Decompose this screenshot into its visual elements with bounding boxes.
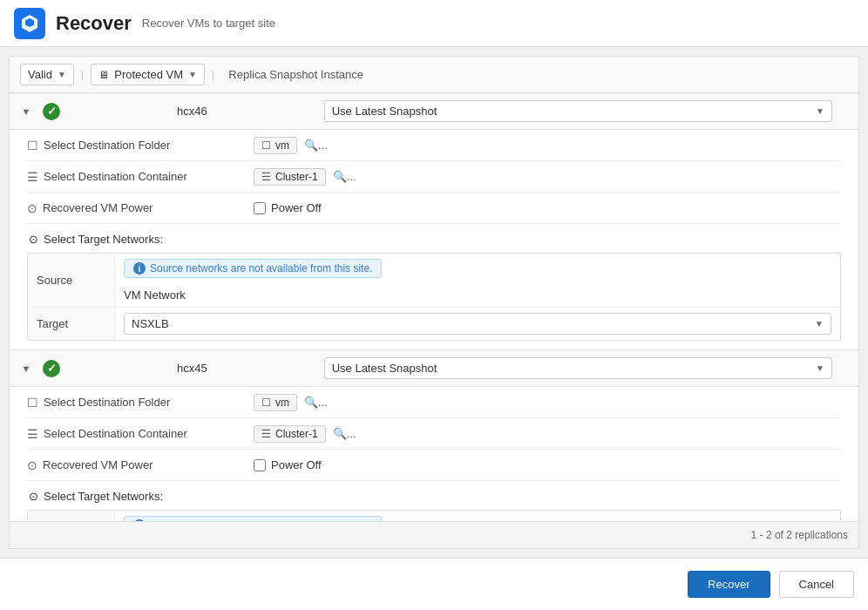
vm1-snapshot-select[interactable]: Use Latest Snapshot ▼ (324, 100, 832, 122)
power-icon-2: ⊙ (27, 458, 37, 472)
vm1-folder-tag[interactable]: ☐ vm (254, 137, 297, 154)
folder-icon-2: ☐ (27, 396, 38, 410)
container-tag-icon-1: ☰ (261, 171, 271, 183)
networks-icon-1: ⊙ (29, 233, 38, 246)
main-panel: Valid ▼ | 🖥 Protected VM ▼ | Replica Sna… (9, 56, 859, 549)
folder-tag-icon-2: ☐ (261, 396, 271, 409)
vm1-snapshot-arrow: ▼ (816, 106, 824, 116)
vm2-name: hcx45 (69, 362, 315, 375)
vm1-networks-table: Source i Source networks are not availab… (27, 253, 841, 341)
vm2-networks-title: ⊙ Select Target Networks: (27, 490, 841, 503)
vm1-container-value: ☰ Cluster-1 🔍... (254, 163, 841, 191)
vm1-power-value: Power Off (254, 196, 841, 220)
vm2-folder-tag[interactable]: ☐ vm (254, 394, 297, 411)
vm2-folder-row: ☐ Select Destination Folder ☐ vm 🔍... (27, 387, 841, 418)
vm2-folder-value: ☐ vm 🔍... (254, 389, 841, 417)
vm2-folder-label: ☐ Select Destination Folder (27, 390, 254, 415)
recover-button[interactable]: Recover (688, 571, 770, 598)
vm-section-2: ▼ ✓ hcx45 Use Latest Snapshot ▼ ☐ Select… (10, 350, 858, 521)
replication-count: 1 - 2 of 2 replications (751, 529, 848, 541)
vm-type-filter-label: Protected VM (114, 68, 183, 81)
app-subtitle: Recover VMs to target site (142, 17, 275, 30)
vm2-container-value: ☰ Cluster-1 🔍... (254, 420, 841, 448)
vm1-power-label: ⊙ Recovered VM Power (27, 196, 254, 220)
vm2-detail: ☐ Select Destination Folder ☐ vm 🔍... (10, 387, 858, 521)
vm2-power-label: ⊙ Recovered VM Power (27, 453, 254, 478)
vm1-source-info-text: Source networks are not available from t… (150, 262, 372, 274)
vm1-net-target-value: NSXLB ▼ (115, 308, 840, 340)
vm1-name: hcx46 (69, 105, 315, 118)
vm1-container-row: ☰ Select Destination Container ☰ Cluster… (27, 161, 841, 193)
vm2-snapshot-label: Use Latest Snapshot (332, 362, 437, 375)
vm2-net-source-row: Source i Source networks are not availab… (28, 511, 840, 521)
vm2-power-option: Power Off (271, 458, 322, 471)
vm2-container-row: ☰ Select Destination Container ☰ Cluster… (27, 418, 841, 450)
vm1-status: ✓ (43, 103, 60, 120)
vm1-net-target-label: Target (28, 308, 115, 340)
vm1-detail: ☐ Select Destination Folder ☐ vm 🔍... (10, 130, 858, 341)
vm1-target-value: NSXLB (132, 317, 169, 330)
vm1-power-checkbox-row: Power Off (254, 201, 322, 214)
vm1-folder-search[interactable]: 🔍... (304, 139, 328, 152)
power-icon-1: ⊙ (27, 201, 37, 215)
vm1-chevron[interactable]: ▼ (18, 104, 34, 119)
vm-section-1: ▼ ✓ hcx46 Use Latest Snapshot ▼ ☐ Select… (10, 93, 858, 350)
vm1-header: ▼ ✓ hcx46 Use Latest Snapshot ▼ (10, 93, 858, 130)
folder-tag-icon-1: ☐ (261, 139, 271, 152)
vm-icon: 🖥 (98, 69, 109, 81)
vm1-target-select[interactable]: NSXLB ▼ (124, 313, 831, 335)
vm2-status: ✓ (43, 360, 60, 377)
vm1-source-info-badge: i Source networks are not available from… (124, 259, 382, 278)
page-footer: 1 - 2 of 2 replications (10, 521, 858, 548)
vm1-net-source-label: Source (28, 254, 115, 307)
vm1-networks-title: ⊙ Select Target Networks: (27, 233, 841, 246)
cancel-button[interactable]: Cancel (779, 571, 854, 598)
vm1-net-source-row: Source i Source networks are not availab… (28, 254, 840, 308)
vm1-power-option: Power Off (271, 201, 322, 214)
vm2-folder-search[interactable]: 🔍... (304, 396, 328, 409)
vm2-power-checkbox-row: Power Off (254, 458, 322, 471)
vm2-container-search[interactable]: 🔍... (333, 427, 356, 440)
vm1-snapshot-label: Use Latest Snapshot (332, 105, 437, 118)
vm-type-filter[interactable]: 🖥 Protected VM ▼ (91, 64, 205, 85)
vm2-networks: ⊙ Select Target Networks: Source i Sourc… (27, 490, 841, 521)
vm2-power-checkbox[interactable] (254, 459, 266, 471)
container-tag-icon-2: ☰ (261, 428, 271, 440)
vm2-snapshot-arrow: ▼ (816, 363, 824, 373)
vm2-snapshot-select[interactable]: Use Latest Snapshot ▼ (324, 357, 832, 379)
vm-scroll-area[interactable]: ▼ ✓ hcx46 Use Latest Snapshot ▼ ☐ Select… (10, 93, 858, 521)
vm1-networks: ⊙ Select Target Networks: Source i Sourc… (27, 233, 841, 341)
vm2-power-row: ⊙ Recovered VM Power Power Off (27, 450, 841, 481)
vm2-net-source-label: Source (28, 511, 115, 521)
vm2-networks-table: Source i Source networks are not availab… (27, 510, 841, 521)
vm1-net-source-value: i Source networks are not available from… (115, 254, 840, 307)
container-icon-2: ☰ (27, 427, 38, 441)
vm1-vm-network: VM Network (124, 288, 186, 302)
filter-sep1: | (81, 68, 84, 81)
vm2-chevron[interactable]: ▼ (18, 361, 34, 376)
app-logo (14, 8, 45, 39)
vm2-source-info-text: Source networks are not available from t… (150, 519, 372, 521)
vm1-folder-row: ☐ Select Destination Folder ☐ vm 🔍... (27, 130, 841, 161)
vm1-power-row: ⊙ Recovered VM Power Power Off (27, 193, 841, 224)
vm2-source-info-badge: i Source networks are not available from… (124, 516, 382, 521)
vm1-container-search[interactable]: 🔍... (333, 170, 356, 183)
vm1-target-arrow: ▼ (815, 319, 824, 329)
snapshot-filter-label: Replica Snapshot Instance (221, 64, 370, 85)
app-title: Recover (56, 12, 132, 35)
vm1-power-checkbox[interactable] (254, 202, 266, 214)
valid-filter-label: Valid (28, 68, 52, 81)
networks-icon-2: ⊙ (29, 490, 38, 503)
info-icon-1: i (133, 262, 146, 274)
vm2-power-value: Power Off (254, 453, 841, 477)
vm2-container-tag[interactable]: ☰ Cluster-1 (254, 425, 326, 443)
valid-filter[interactable]: Valid ▼ (20, 64, 74, 85)
vm1-container-tag[interactable]: ☰ Cluster-1 (254, 168, 326, 186)
vm2-header: ▼ ✓ hcx45 Use Latest Snapshot ▼ (10, 350, 858, 387)
valid-filter-arrow: ▼ (58, 70, 66, 79)
app-header: Recover Recover VMs to target site (0, 0, 868, 47)
folder-icon-1: ☐ (27, 139, 38, 152)
container-icon-1: ☰ (27, 170, 38, 184)
vm2-net-source-value: i Source networks are not available from… (115, 511, 840, 521)
vm1-net-target-row: Target NSXLB ▼ (28, 308, 840, 340)
